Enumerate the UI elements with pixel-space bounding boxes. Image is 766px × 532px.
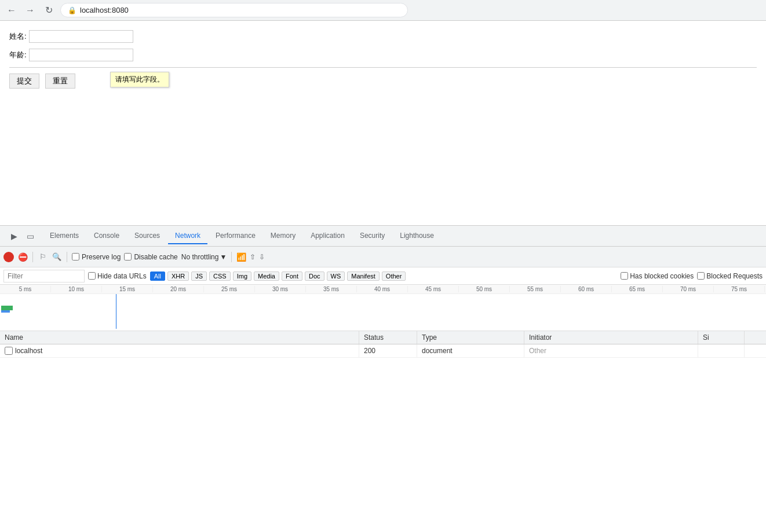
url-text: localhost:8080 [80, 6, 129, 14]
name-label: 姓名: [9, 31, 27, 42]
tab-performance[interactable]: Performance [209, 228, 262, 230]
browser-chrome: ← → ↻ 🔒 localhost:8080 [0, 0, 766, 21]
form-divider [9, 67, 757, 68]
devtools-tabbar: ▶ ▭ Elements Console Sources Network Per… [0, 226, 766, 229]
tab-network[interactable]: Network [168, 228, 207, 230]
devtools-icons: ▶ ▭ [2, 229, 42, 230]
tab-sources[interactable]: Sources [127, 228, 167, 230]
back-button[interactable]: ← [5, 3, 19, 17]
tab-elements[interactable]: Elements [43, 228, 86, 230]
tab-console[interactable]: Console [87, 228, 126, 230]
reload-button[interactable]: ↻ [42, 3, 56, 17]
tooltip-box: 请填写此字段。 [110, 72, 169, 87]
tab-memory[interactable]: Memory [264, 228, 302, 230]
forward-button[interactable]: → [23, 3, 37, 17]
age-input[interactable] [29, 49, 133, 61]
tab-lighthouse[interactable]: Lighthouse [393, 228, 441, 230]
tab-security[interactable]: Security [353, 228, 392, 230]
age-row: 年龄: [9, 49, 757, 61]
name-row: 姓名: [9, 30, 757, 43]
cursor-icon[interactable]: ▶ [7, 229, 21, 230]
name-input[interactable] [29, 30, 133, 43]
tab-application[interactable]: Application [304, 228, 352, 230]
submit-button[interactable]: 提交 [9, 74, 39, 89]
address-bar[interactable]: 🔒 localhost:8080 [60, 3, 408, 17]
reset-button[interactable]: 重置 [45, 74, 75, 89]
tooltip-text: 请填写此字段。 [115, 75, 164, 83]
devtools-panel: ▶ ▭ Elements Console Sources Network Per… [0, 225, 766, 229]
age-label: 年龄: [9, 50, 27, 60]
lock-icon: 🔒 [68, 6, 76, 14]
device-icon[interactable]: ▭ [23, 229, 37, 230]
page-content: 姓名: 请填写此字段。 年龄: 提交 重置 [0, 21, 766, 229]
